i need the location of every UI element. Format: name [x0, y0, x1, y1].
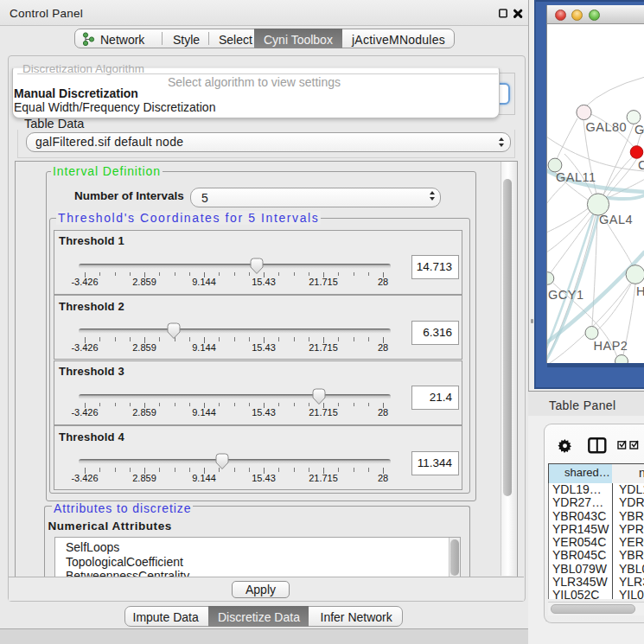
svg-text:HAP2: HAP2 — [593, 339, 628, 353]
svg-text:GAL4: GAL4 — [599, 213, 633, 226]
svg-text:GCY1: GCY1 — [548, 288, 584, 302]
svg-text:GAL11: GAL11 — [556, 170, 596, 184]
svg-text:GAL80: GAL80 — [585, 120, 627, 134]
svg-text:H: H — [636, 284, 644, 298]
svg-text:C: C — [638, 158, 644, 172]
svg-text:G.: G. — [634, 123, 644, 137]
